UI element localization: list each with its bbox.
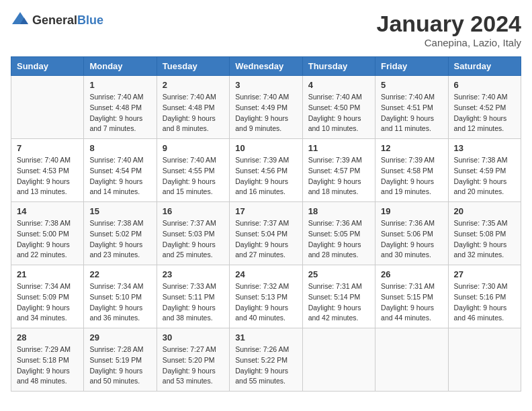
- day-number: 31: [235, 332, 296, 342]
- day-number: 5: [381, 80, 442, 90]
- day-number: 18: [308, 206, 369, 216]
- day-info: Sunrise: 7:34 AMSunset: 5:10 PMDaylight:…: [89, 281, 150, 324]
- calendar-cell: 12Sunrise: 7:39 AMSunset: 4:58 PMDayligh…: [375, 139, 448, 202]
- day-number: 9: [163, 143, 224, 153]
- calendar-table: SundayMondayTuesdayWednesdayThursdayFrid…: [11, 56, 521, 392]
- calendar-cell: 15Sunrise: 7:38 AMSunset: 5:02 PMDayligh…: [84, 202, 157, 265]
- calendar-cell: 10Sunrise: 7:39 AMSunset: 4:56 PMDayligh…: [230, 139, 302, 202]
- day-info: Sunrise: 7:27 AMSunset: 5:20 PMDaylight:…: [163, 345, 224, 387]
- calendar-cell: 9Sunrise: 7:40 AMSunset: 4:55 PMDaylight…: [157, 139, 229, 202]
- header-cell-tuesday: Tuesday: [157, 57, 229, 76]
- calendar-cell: 20Sunrise: 7:35 AMSunset: 5:08 PMDayligh…: [448, 202, 521, 265]
- day-info: Sunrise: 7:40 AMSunset: 4:48 PMDaylight:…: [89, 92, 150, 134]
- title-block: January 2024 Canepina, Lazio, Italy: [377, 11, 522, 48]
- day-number: 4: [308, 80, 369, 90]
- day-number: 11: [308, 143, 369, 153]
- header-row: SundayMondayTuesdayWednesdayThursdayFrid…: [11, 57, 521, 76]
- day-info: Sunrise: 7:39 AMSunset: 4:56 PMDaylight:…: [235, 155, 296, 197]
- day-info: Sunrise: 7:30 AMSunset: 5:16 PMDaylight:…: [454, 281, 515, 324]
- day-info: Sunrise: 7:40 AMSunset: 4:53 PMDaylight:…: [17, 155, 78, 197]
- logo-text-general: General: [32, 13, 77, 27]
- day-number: 30: [163, 332, 224, 342]
- calendar-cell: 25Sunrise: 7:31 AMSunset: 5:14 PMDayligh…: [302, 265, 375, 328]
- day-info: Sunrise: 7:37 AMSunset: 5:04 PMDaylight:…: [235, 218, 296, 261]
- header-cell-monday: Monday: [84, 57, 157, 76]
- day-info: Sunrise: 7:28 AMSunset: 5:19 PMDaylight:…: [89, 345, 150, 387]
- calendar-cell: 21Sunrise: 7:34 AMSunset: 5:09 PMDayligh…: [11, 265, 84, 328]
- logo: GeneralBlue: [11, 11, 103, 30]
- day-number: 7: [17, 143, 78, 153]
- calendar-cell: 3Sunrise: 7:40 AMSunset: 4:49 PMDaylight…: [230, 76, 302, 139]
- day-info: Sunrise: 7:40 AMSunset: 4:54 PMDaylight:…: [89, 155, 150, 197]
- calendar-week-row: 1Sunrise: 7:40 AMSunset: 4:48 PMDaylight…: [11, 76, 521, 139]
- day-number: 22: [89, 269, 150, 279]
- day-number: 25: [308, 269, 369, 279]
- calendar-cell: 6Sunrise: 7:40 AMSunset: 4:52 PMDaylight…: [448, 76, 521, 139]
- calendar-cell: 7Sunrise: 7:40 AMSunset: 4:53 PMDaylight…: [11, 139, 84, 202]
- day-number: 28: [17, 332, 78, 342]
- calendar-week-row: 7Sunrise: 7:40 AMSunset: 4:53 PMDaylight…: [11, 139, 521, 202]
- calendar-body: 1Sunrise: 7:40 AMSunset: 4:48 PMDaylight…: [11, 76, 521, 392]
- calendar-week-row: 21Sunrise: 7:34 AMSunset: 5:09 PMDayligh…: [11, 265, 521, 328]
- calendar-cell: 29Sunrise: 7:28 AMSunset: 5:19 PMDayligh…: [84, 328, 157, 392]
- calendar-week-row: 28Sunrise: 7:29 AMSunset: 5:18 PMDayligh…: [11, 328, 521, 392]
- day-info: Sunrise: 7:38 AMSunset: 5:00 PMDaylight:…: [17, 218, 78, 261]
- day-info: Sunrise: 7:31 AMSunset: 5:14 PMDaylight:…: [308, 281, 369, 324]
- day-number: 26: [381, 269, 442, 279]
- header-cell-friday: Friday: [375, 57, 448, 76]
- calendar-cell: 8Sunrise: 7:40 AMSunset: 4:54 PMDaylight…: [84, 139, 157, 202]
- calendar-cell: 28Sunrise: 7:29 AMSunset: 5:18 PMDayligh…: [11, 328, 84, 392]
- logo-icon: [11, 11, 30, 30]
- calendar-cell: [302, 328, 375, 392]
- calendar-cell: 24Sunrise: 7:32 AMSunset: 5:13 PMDayligh…: [230, 265, 302, 328]
- day-number: 13: [454, 143, 515, 153]
- day-number: 23: [163, 269, 224, 279]
- calendar-cell: 18Sunrise: 7:36 AMSunset: 5:05 PMDayligh…: [302, 202, 375, 265]
- calendar-cell: 23Sunrise: 7:33 AMSunset: 5:11 PMDayligh…: [157, 265, 229, 328]
- day-info: Sunrise: 7:26 AMSunset: 5:22 PMDaylight:…: [235, 345, 296, 387]
- calendar-cell: 16Sunrise: 7:37 AMSunset: 5:03 PMDayligh…: [157, 202, 229, 265]
- day-info: Sunrise: 7:40 AMSunset: 4:50 PMDaylight:…: [308, 92, 369, 134]
- day-info: Sunrise: 7:29 AMSunset: 5:18 PMDaylight:…: [17, 345, 78, 387]
- header-cell-wednesday: Wednesday: [230, 57, 302, 76]
- day-number: 12: [381, 143, 442, 153]
- calendar-cell: 4Sunrise: 7:40 AMSunset: 4:50 PMDaylight…: [302, 76, 375, 139]
- day-number: 16: [163, 206, 224, 216]
- calendar-cell: 27Sunrise: 7:30 AMSunset: 5:16 PMDayligh…: [448, 265, 521, 328]
- day-number: 2: [163, 80, 224, 90]
- calendar-cell: [11, 76, 84, 139]
- day-number: 17: [235, 206, 296, 216]
- calendar-cell: 5Sunrise: 7:40 AMSunset: 4:51 PMDaylight…: [375, 76, 448, 139]
- day-info: Sunrise: 7:39 AMSunset: 4:57 PMDaylight:…: [308, 155, 369, 197]
- day-number: 14: [17, 206, 78, 216]
- day-info: Sunrise: 7:39 AMSunset: 4:58 PMDaylight:…: [381, 155, 442, 197]
- day-number: 8: [89, 143, 150, 153]
- day-number: 21: [17, 269, 78, 279]
- calendar-cell: 17Sunrise: 7:37 AMSunset: 5:04 PMDayligh…: [230, 202, 302, 265]
- day-info: Sunrise: 7:36 AMSunset: 5:05 PMDaylight:…: [308, 218, 369, 261]
- day-number: 3: [235, 80, 296, 90]
- day-info: Sunrise: 7:31 AMSunset: 5:15 PMDaylight:…: [381, 281, 442, 324]
- header-cell-sunday: Sunday: [11, 57, 84, 76]
- day-info: Sunrise: 7:40 AMSunset: 4:51 PMDaylight:…: [381, 92, 442, 134]
- calendar-cell: 13Sunrise: 7:38 AMSunset: 4:59 PMDayligh…: [448, 139, 521, 202]
- calendar-cell: 11Sunrise: 7:39 AMSunset: 4:57 PMDayligh…: [302, 139, 375, 202]
- day-info: Sunrise: 7:40 AMSunset: 4:55 PMDaylight:…: [163, 155, 224, 197]
- day-number: 1: [89, 80, 150, 90]
- page-header: GeneralBlue January 2024 Canepina, Lazio…: [11, 11, 521, 48]
- calendar-cell: 26Sunrise: 7:31 AMSunset: 5:15 PMDayligh…: [375, 265, 448, 328]
- day-info: Sunrise: 7:40 AMSunset: 4:52 PMDaylight:…: [454, 92, 515, 134]
- calendar-cell: 2Sunrise: 7:40 AMSunset: 4:48 PMDaylight…: [157, 76, 229, 139]
- calendar-header: SundayMondayTuesdayWednesdayThursdayFrid…: [11, 57, 521, 76]
- header-cell-saturday: Saturday: [448, 57, 521, 76]
- day-number: 29: [89, 332, 150, 342]
- day-number: 15: [89, 206, 150, 216]
- day-number: 27: [454, 269, 515, 279]
- calendar-cell: 31Sunrise: 7:26 AMSunset: 5:22 PMDayligh…: [230, 328, 302, 392]
- calendar-cell: [448, 328, 521, 392]
- header-cell-thursday: Thursday: [302, 57, 375, 76]
- day-info: Sunrise: 7:37 AMSunset: 5:03 PMDaylight:…: [163, 218, 224, 261]
- day-info: Sunrise: 7:33 AMSunset: 5:11 PMDaylight:…: [163, 281, 224, 324]
- day-info: Sunrise: 7:40 AMSunset: 4:49 PMDaylight:…: [235, 92, 296, 134]
- calendar-week-row: 14Sunrise: 7:38 AMSunset: 5:00 PMDayligh…: [11, 202, 521, 265]
